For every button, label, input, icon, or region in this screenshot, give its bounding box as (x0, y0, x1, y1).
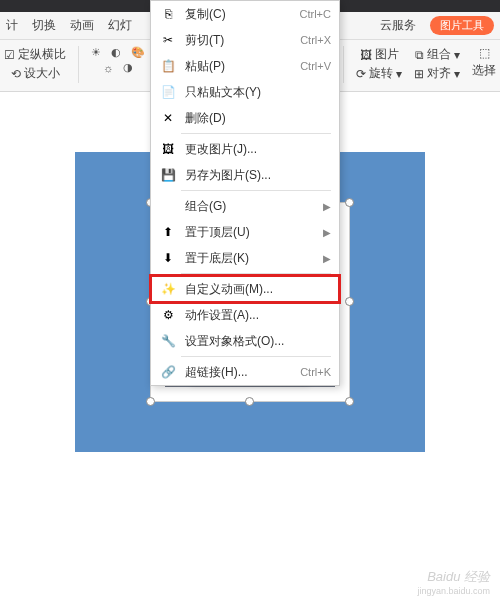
context-menu: ⎘ 复制(C) Ctrl+C ✂ 剪切(T) Ctrl+X 📋 粘贴(P) Ct… (150, 0, 340, 386)
bring-top-icon: ⬆ (159, 223, 177, 241)
watermark: Baidu 经验 (427, 568, 490, 586)
menu-format-object[interactable]: 🔧 设置对象格式(O)... (151, 328, 339, 354)
menu-custom-animation[interactable]: ✨ 自定义动画(M)... (151, 276, 339, 302)
menu-save-as-picture[interactable]: 💾 另存为图片(S)... (151, 162, 339, 188)
hyperlink-icon: 🔗 (159, 363, 177, 381)
menu-paste[interactable]: 📋 粘贴(P) Ctrl+V (151, 53, 339, 79)
tab-slideshow[interactable]: 幻灯 (108, 17, 132, 34)
menu-group[interactable]: 组合(G) ▶ (151, 193, 339, 219)
animation-icon: ✨ (159, 280, 177, 298)
tab-cloud[interactable]: 云服务 (380, 17, 416, 34)
rotate-button[interactable]: ⟳旋转▾ (356, 65, 402, 82)
menu-copy[interactable]: ⎘ 复制(C) Ctrl+C (151, 1, 339, 27)
half-icon[interactable]: ◑ (123, 61, 133, 74)
send-bottom-icon: ⬇ (159, 249, 177, 267)
select-button[interactable]: ⬚ (479, 46, 490, 60)
menu-paste-text[interactable]: 📄 只粘贴文本(Y) (151, 79, 339, 105)
paste-text-icon: 📄 (159, 83, 177, 101)
menu-send-to-bottom[interactable]: ⬇ 置于底层(K) ▶ (151, 245, 339, 271)
resize-handle-br[interactable] (345, 397, 354, 406)
lock-aspect-ratio[interactable]: ☑定纵横比 (4, 46, 66, 63)
format-icon: 🔧 (159, 332, 177, 350)
change-picture-icon: 🖼 (159, 140, 177, 158)
action-icon: ⚙ (159, 306, 177, 324)
align-button[interactable]: ⊞对齐▾ (414, 65, 460, 82)
menu-cut[interactable]: ✂ 剪切(T) Ctrl+X (151, 27, 339, 53)
resize-handle-r[interactable] (345, 297, 354, 306)
copy-icon: ⎘ (159, 5, 177, 23)
cut-icon: ✂ (159, 31, 177, 49)
select-label: 选择 (472, 62, 496, 79)
paste-icon: 📋 (159, 57, 177, 75)
picture-button[interactable]: 🖼图片 (360, 46, 399, 63)
watermark-url: jingyan.baidu.com (417, 586, 490, 596)
save-picture-icon: 💾 (159, 166, 177, 184)
sun-icon[interactable]: ☼ (103, 62, 113, 74)
menu-action-settings[interactable]: ⚙ 动作设置(A)... (151, 302, 339, 328)
menu-bring-to-top[interactable]: ⬆ 置于顶层(U) ▶ (151, 219, 339, 245)
brightness-icon[interactable]: ☀ (91, 46, 101, 59)
tab-transition[interactable]: 切换 (32, 17, 56, 34)
contextual-tab-picture-tools[interactable]: 图片工具 (430, 16, 494, 35)
resize-handle-tr[interactable] (345, 198, 354, 207)
menu-hyperlink[interactable]: 🔗 超链接(H)... Ctrl+K (151, 359, 339, 385)
tab-design[interactable]: 计 (6, 17, 18, 34)
delete-icon: ✕ (159, 109, 177, 127)
tab-animation[interactable]: 动画 (70, 17, 94, 34)
menu-change-picture[interactable]: 🖼 更改图片(J)... (151, 136, 339, 162)
contrast-icon[interactable]: ◐ (111, 46, 121, 59)
resize-handle-b[interactable] (245, 397, 254, 406)
resize-handle-bl[interactable] (146, 397, 155, 406)
menu-delete[interactable]: ✕ 删除(D) (151, 105, 339, 131)
group-button[interactable]: ⧉组合▾ (415, 46, 460, 63)
color-icon[interactable]: 🎨 (131, 46, 145, 59)
reset-size[interactable]: ⟲设大小 (11, 65, 60, 82)
